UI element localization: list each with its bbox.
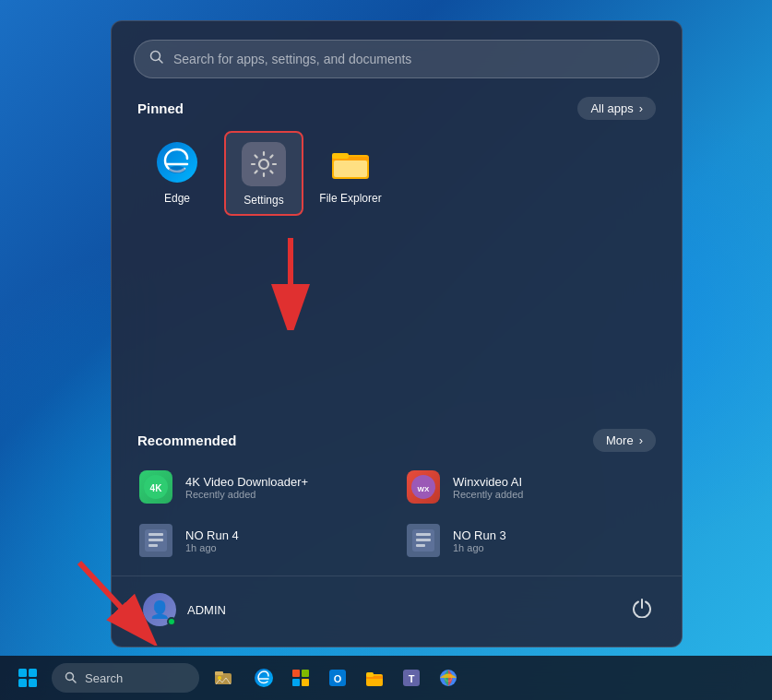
file-explorer-app-label: File Explorer [319,192,381,205]
file-explorer-app-icon [328,140,373,184]
taskbar-gallery-icon[interactable] [207,661,240,694]
start-menu: Pinned All apps › [111,20,683,647]
settings-app-label: Settings [243,194,283,207]
svg-text:T: T [409,673,415,684]
rec-item-winxvideo[interactable]: WX Winxvideo AI Recently added [398,461,663,513]
pinned-section-header: Pinned All apps › [112,89,682,131]
svg-rect-17 [416,533,431,536]
online-indicator [167,617,176,626]
power-button[interactable] [624,590,659,630]
edge-app-label: Edge [164,192,190,205]
svg-point-3 [169,166,185,173]
no-run-4-icon [139,524,172,557]
taskbar-chrome-icon[interactable] [432,661,465,694]
annotation-arrow-taskbar [70,553,162,646]
svg-text:O: O [334,673,342,684]
svg-rect-25 [29,669,37,677]
recommended-title: Recommended [137,433,237,448]
recommended-items-grid: 4K 4K Video Downloader+ Recently added W… [112,461,682,566]
taskbar-outlook-icon[interactable]: O [321,661,354,694]
pinned-title: Pinned [137,101,184,116]
svg-point-2 [157,142,197,183]
svg-rect-35 [302,670,309,677]
start-footer: 👤 ADMIN [112,575,682,647]
search-icon [149,50,164,68]
all-apps-button[interactable]: All apps › [577,97,656,120]
taskbar-store-icon[interactable] [284,661,317,694]
chevron-right-icon: › [639,433,643,447]
svg-text:4K: 4K [150,483,163,493]
no-run-3-text: NO Run 3 1h ago [453,528,506,553]
winxvideo-icon: WX [407,470,440,504]
svg-rect-37 [302,679,309,686]
svg-rect-18 [416,539,431,541]
svg-rect-24 [18,669,27,677]
search-input[interactable] [173,52,644,66]
4k-downloader-text: 4K Video Downloader+ Recently added [185,475,308,500]
svg-rect-14 [148,539,163,541]
more-button[interactable]: More › [593,429,656,452]
svg-rect-7 [334,160,367,177]
taskbar-files-icon[interactable] [358,661,391,694]
rec-item-4k-downloader[interactable]: 4K 4K Video Downloader+ Recently added [130,461,396,513]
taskbar-icons: O T [247,661,465,694]
taskbar-edge-icon[interactable] [247,661,280,694]
rec-item-no-run-3[interactable]: NO Run 3 1h ago [398,515,663,566]
svg-point-4 [259,160,268,169]
pinned-spacer [112,216,682,416]
taskbar-search[interactable]: Search [52,663,199,693]
rec-item-no-run-4[interactable]: NO Run 4 1h ago [130,515,396,566]
svg-rect-13 [148,533,163,536]
svg-rect-15 [148,544,158,547]
svg-rect-19 [416,544,425,547]
taskbar: Search [0,656,772,700]
no-run-3-icon [407,524,440,557]
recommended-header: Recommended More › [112,416,682,461]
search-bar[interactable] [134,40,659,78]
svg-rect-36 [292,679,300,686]
edge-app-icon [155,140,199,184]
app-file-explorer[interactable]: File Explorer [311,131,390,216]
username: ADMIN [187,603,226,617]
taskbar-teams-icon[interactable]: T [395,661,428,694]
svg-line-29 [73,680,76,682]
app-settings[interactable]: Settings [224,131,303,216]
chevron-right-icon: › [639,101,643,115]
start-button[interactable] [11,661,44,694]
4k-downloader-icon: 4K [139,470,172,504]
pinned-apps-grid: Edge Settings [112,131,682,216]
svg-rect-41 [366,672,374,677]
settings-app-icon [242,142,286,186]
svg-rect-34 [292,670,300,677]
app-edge[interactable]: Edge [137,131,217,216]
svg-rect-31 [215,671,223,675]
svg-line-1 [160,60,163,64]
svg-rect-27 [29,679,37,687]
taskbar-search-label: Search [85,671,123,685]
svg-line-23 [79,563,139,627]
annotation-arrow-settings [263,238,318,330]
svg-text:WX: WX [418,485,431,493]
winxvideo-text: Winxvideo AI Recently added [453,475,523,500]
svg-rect-26 [18,679,27,687]
no-run-4-text: NO Run 4 1h ago [185,528,239,553]
svg-rect-6 [332,153,349,159]
recommended-section: Recommended More › 4K 4K Video Downloade… [112,416,682,647]
